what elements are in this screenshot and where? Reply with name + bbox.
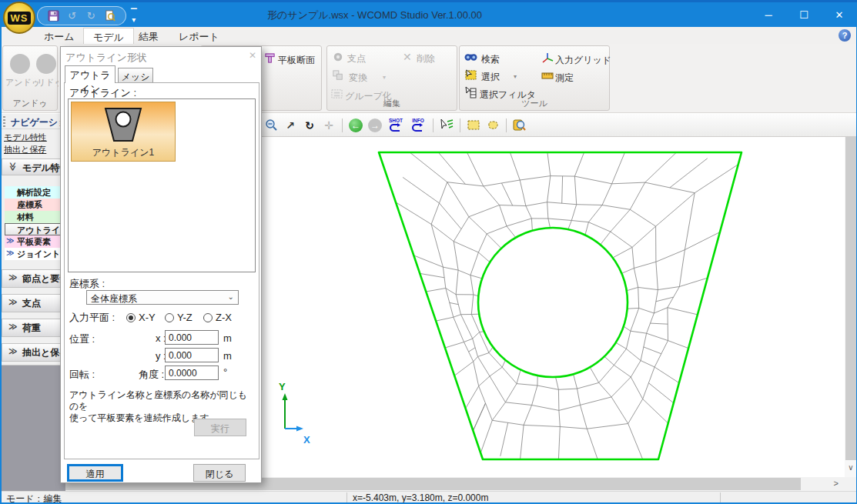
- maximize-button[interactable]: ☐: [786, 2, 822, 27]
- delete-icon[interactable]: ✕: [403, 51, 412, 63]
- dialog-title: アウトライン形状: [65, 51, 147, 65]
- search-icon[interactable]: [464, 51, 477, 65]
- radio-zx-label: Z-X: [216, 312, 232, 323]
- info-snapshot-icon[interactable]: INFO: [408, 118, 428, 132]
- angle-label: 角度 :: [139, 368, 164, 382]
- axis-x-label: X: [303, 434, 310, 446]
- app-logo[interactable]: WS: [3, 2, 35, 34]
- support-icon[interactable]: [333, 52, 343, 65]
- combo-chevron-icon: ⌄: [228, 292, 234, 301]
- tab-results[interactable]: 結果: [129, 28, 168, 44]
- dialog-close-icon[interactable]: ✕: [249, 50, 256, 61]
- nav-link-extract-save[interactable]: 抽出と保存: [4, 144, 46, 155]
- item-chevron-icon: ≫: [6, 236, 14, 245]
- outline-item-label: アウトライン1: [72, 146, 175, 159]
- select-button[interactable]: 選択: [481, 71, 500, 84]
- radio-yz[interactable]: [165, 313, 174, 322]
- undo-big-icon[interactable]: [10, 54, 30, 74]
- position-label: 位置 :: [69, 332, 95, 346]
- minimize-button[interactable]: ─: [751, 2, 786, 27]
- ribbon-group-tools: 検索 選択 ▾ 選択フィルタ 入力グリッド 測定 ツール: [459, 45, 610, 111]
- tab-model[interactable]: モデル: [83, 28, 134, 44]
- pick-select-icon[interactable]: [438, 117, 455, 134]
- transform-dropdown-icon[interactable]: ▾: [383, 74, 386, 81]
- measure-icon[interactable]: [541, 70, 554, 83]
- zoom-extents-icon[interactable]: ↗: [282, 117, 299, 134]
- input-grid-icon[interactable]: [541, 52, 554, 66]
- y-input[interactable]: 0.000: [165, 348, 219, 362]
- angle-input[interactable]: 0.0000: [165, 365, 219, 380]
- group-label-undo: アンドゥ: [3, 98, 57, 109]
- help-icon[interactable]: ?: [839, 29, 851, 42]
- plate-section-icon[interactable]: [264, 52, 276, 66]
- status-separator: [720, 492, 721, 502]
- measure-button[interactable]: 測定: [555, 72, 574, 85]
- scroll-right-icon[interactable]: >: [834, 479, 839, 488]
- section-expanded-chevron-icon: ≫: [8, 162, 18, 172]
- scroll-down-icon[interactable]: ∨: [845, 463, 857, 472]
- toolbar-separator: [342, 118, 343, 132]
- ribbon-group-edit: 支点 ✕ 削除 変換 ▾ グループ化 編集: [326, 45, 457, 111]
- toolbar-separator: [433, 118, 434, 132]
- input-grid-button[interactable]: 入力グリッド: [555, 54, 611, 67]
- x-input[interactable]: 0.000: [165, 330, 219, 345]
- delete-button[interactable]: 削除: [417, 52, 435, 65]
- nav-link-model-properties[interactable]: モデル特性: [4, 132, 47, 143]
- transform-button[interactable]: 変換: [349, 72, 367, 85]
- x-unit: m: [223, 332, 232, 344]
- view-previous-icon[interactable]: ←: [347, 117, 364, 134]
- tab-home[interactable]: ホーム: [35, 28, 84, 44]
- y-unit: m: [223, 350, 232, 362]
- vertical-scrollbar-thumb[interactable]: [845, 137, 856, 460]
- view-next-icon[interactable]: →: [367, 117, 383, 134]
- section-collapsed-chevron-icon: ≫: [8, 346, 18, 356]
- outline-item-selected[interactable]: アウトライン1: [71, 102, 176, 162]
- item-chevron-icon: ≫: [6, 249, 14, 257]
- rect-select-icon[interactable]: [465, 117, 482, 134]
- snapshot-icon[interactable]: SHOT: [386, 118, 406, 132]
- outline-thumbnail: [101, 106, 146, 143]
- group-label-tools: ツール: [460, 98, 609, 109]
- tab-report[interactable]: レポート: [169, 28, 229, 44]
- radio-xy[interactable]: [126, 313, 136, 322]
- application-window: ↺ ↻ ▔▾ 形のサンプル.wsx - WCOMD Studio Ver.1.0…: [0, 0, 857, 504]
- dialog-tab-outline[interactable]: アウトライン: [65, 65, 115, 83]
- input-plane-label: 入力平面 :: [69, 311, 115, 325]
- dialog-close-button[interactable]: 閉じる: [193, 464, 246, 482]
- search-button[interactable]: 検索: [481, 53, 500, 66]
- execute-button[interactable]: 実行: [194, 419, 246, 436]
- window-frame-left: [0, 27, 2, 504]
- radio-zx[interactable]: [203, 313, 213, 322]
- support-button[interactable]: 支点: [347, 52, 366, 65]
- coordinate-system-select[interactable]: 全体座標系 ⌄: [86, 290, 239, 305]
- select-icon[interactable]: [464, 68, 477, 83]
- rotation-label: 回転 :: [69, 368, 95, 382]
- transform-icon[interactable]: [333, 70, 343, 83]
- status-separator: [346, 492, 347, 502]
- dialog-tab-page: アウトライン : アウトライン1 座標系 : 全体座標系 ⌄ 入力平面 : X-…: [64, 82, 259, 459]
- toolbar-separator: [460, 118, 460, 132]
- panel-grip-icon[interactable]: [3, 116, 5, 127]
- plate-section-button[interactable]: 平板断面: [278, 54, 315, 67]
- scrollbar-corner: [845, 477, 857, 491]
- group-label-edit: 編集: [327, 98, 457, 109]
- close-button[interactable]: ✕: [822, 2, 857, 27]
- outline-list[interactable]: アウトライン1: [68, 98, 256, 272]
- rotate-view-icon[interactable]: ↻: [301, 117, 318, 134]
- outline-shape-dialog: アウトライン形状 ✕ アウトライン メッシュ アウトライン : アウトライン1 …: [60, 46, 262, 483]
- redo-button-label[interactable]: リドゥ: [37, 77, 59, 88]
- vertical-scrollbar[interactable]: ∨: [845, 137, 857, 477]
- apply-button[interactable]: 適用: [67, 464, 123, 482]
- section-collapsed-chevron-icon: ≫: [8, 297, 18, 307]
- zoom-out-icon[interactable]: [263, 117, 280, 134]
- section-collapsed-chevron-icon: ≫: [8, 322, 18, 332]
- redo-big-icon[interactable]: [36, 54, 56, 74]
- pan-icon[interactable]: ✛: [320, 117, 337, 134]
- select-dropdown-icon[interactable]: ▾: [514, 73, 517, 80]
- zoom-area-icon[interactable]: [511, 117, 528, 134]
- dialog-tab-mesh[interactable]: メッシュ: [118, 68, 153, 83]
- angle-unit: °: [223, 366, 227, 378]
- undo-button-label[interactable]: アンドゥ: [5, 77, 40, 88]
- radio-xy-label: X-Y: [139, 312, 156, 323]
- lasso-select-icon[interactable]: [484, 117, 501, 134]
